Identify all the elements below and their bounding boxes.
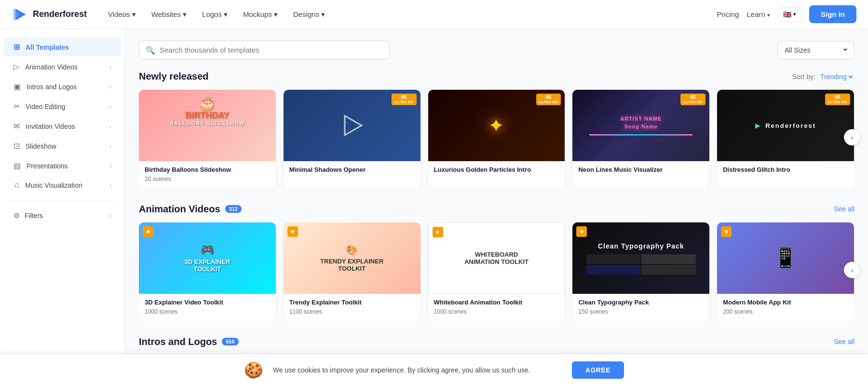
card-clean-typography[interactable]: ★ Clean Typography Pack	[572, 222, 709, 321]
see-all-animation[interactable]: See all	[834, 205, 854, 213]
flag-icon: 🇬🇧	[783, 11, 791, 18]
card-title: Birthday Balloons Slideshow	[145, 166, 270, 174]
nav-right: Pricing Learn ▾ 🇬🇧 ▾ Sign in	[717, 5, 856, 23]
see-all-intros[interactable]: See all	[834, 338, 854, 345]
svg-marker-2	[345, 116, 362, 135]
chevron-icon: ›	[109, 83, 111, 90]
pricing-link[interactable]: Pricing	[717, 10, 739, 18]
card-3d-explainer[interactable]: ★ 🎮 3D EXPLAINER TOOLKIT 3D Explainer Vi…	[139, 222, 276, 321]
sidebar-item-presentations[interactable]: ▤ Presentations ›	[4, 156, 121, 175]
chevron-down-icon: ▾	[767, 12, 770, 18]
image-icon: ⊡	[14, 141, 20, 151]
signin-button[interactable]: Sign in	[809, 5, 856, 23]
badge-4k: 4KULTRA MD	[680, 94, 705, 105]
newly-released-grid: 🎂 BIRTHDAY BALLOONS SLIDESHOW Birthday B…	[139, 90, 854, 188]
logo[interactable]: Renderforest	[12, 6, 87, 23]
card-scenes: 1000 scenes	[434, 308, 559, 315]
sidebar-item-intros-logos[interactable]: ▣ Intros and Logos ›	[4, 77, 121, 96]
animation-videos-row: ★ 🎮 3D EXPLAINER TOOLKIT 3D Explainer Vi…	[139, 222, 854, 321]
chevron-icon: ›	[109, 123, 111, 130]
scissors-icon: ✂	[14, 102, 20, 111]
card-thumbnail: ★ 📱	[717, 222, 854, 294]
logo-icon	[12, 6, 29, 23]
chevron-icon: ›	[109, 182, 111, 189]
sidebar-divider	[8, 200, 117, 201]
grid-icon: ⊞	[14, 42, 20, 52]
card-trendy-explainer[interactable]: ★ 🎨 TRENDY EXPLAINER TOOLKIT Trendy Expl…	[284, 222, 420, 321]
search-bar: 🔍 All Sizes Square Landscape Portrait	[139, 41, 854, 59]
card-thumbnail: 4KULTRA MD ✦	[428, 90, 565, 161]
card-title: 3D Explainer Video Toolkit	[145, 299, 270, 307]
card-golden[interactable]: 4KULTRA MD ✦ Luxurious Golden Particles …	[428, 90, 565, 188]
nav-websites[interactable]: Websites ▾	[146, 7, 192, 22]
card-title: Minimal Shadows Opener	[289, 166, 415, 174]
sidebar-item-animation-videos[interactable]: ▷ Animation Videos ›	[4, 57, 121, 76]
card-minimal[interactable]: 4KULTRA MD Minimal Shadows Opener	[284, 90, 420, 188]
nav-designs[interactable]: Designs ▾	[287, 7, 331, 22]
nav-logos[interactable]: Logos ▾	[196, 7, 233, 22]
star-badge: ★	[433, 227, 443, 237]
nav-videos[interactable]: Videos ▾	[102, 7, 142, 22]
section-header-animation: Animation Videos 312 See all	[139, 204, 854, 215]
star-badge: ★	[576, 226, 587, 237]
chevron-icon: ›	[109, 103, 111, 110]
card-whiteboard[interactable]: ★ WHITEBOARD ANIMATION TOOLKIT Whiteboar…	[428, 222, 565, 321]
card-thumbnail: 4KULTRA MD	[284, 90, 420, 161]
card-thumbnail: 🎂 BIRTHDAY BALLOONS SLIDESHOW	[139, 90, 276, 161]
agree-button[interactable]: AGREE	[572, 361, 624, 379]
sort-select[interactable]: Trending	[818, 72, 854, 81]
filter-icon: ⚙	[14, 211, 20, 220]
section-title: Intros and Logos	[139, 336, 217, 347]
badge-4k: 4KULTRA MD	[825, 94, 850, 105]
chevron-down-icon: ▾	[793, 11, 796, 17]
section-count-badge: 312	[225, 205, 242, 213]
badge-4k: 4KULTRA MD	[392, 94, 417, 105]
card-title: Modern Mobile App Kit	[723, 299, 848, 307]
monitor-icon: ▣	[14, 82, 21, 91]
search-input[interactable]	[139, 41, 390, 59]
learn-link[interactable]: Learn ▾	[746, 10, 770, 18]
section-title: Newly released	[139, 71, 209, 82]
card-neon[interactable]: 4KULTRA MD ARTIST NAMESong Name Neon Lin…	[572, 90, 709, 188]
nav-mockups[interactable]: Mockups ▾	[237, 7, 284, 22]
search-input-wrap: 🔍	[139, 41, 390, 59]
top-navigation: Renderforest Videos ▾ Websites ▾ Logos ▾…	[0, 0, 868, 29]
card-scenes: 1100 scenes	[289, 308, 415, 315]
brand-name: Renderforest	[33, 9, 87, 19]
section-title: Animation Videos	[139, 204, 220, 215]
card-glitch[interactable]: 4KULTRA MD ▶ Renderforest Distressed Gli…	[717, 90, 854, 188]
card-mobile-app[interactable]: ★ 📱 Modern Mobile App Kit 200 scenes	[717, 222, 854, 321]
sidebar-item-invitation-videos[interactable]: ✉ Invitation Videos ›	[4, 117, 121, 136]
section-header-intros: Intros and Logos 656 See all	[139, 336, 854, 347]
card-title: Luxurious Golden Particles Intro	[434, 166, 559, 174]
card-scenes: 20 scenes	[145, 176, 270, 182]
sort-label: Sort by:	[792, 73, 815, 81]
chevron-icon: ›	[109, 163, 111, 169]
card-title: Clean Typography Pack	[578, 299, 704, 307]
sidebar-item-video-editing[interactable]: ✂ Video Editing ›	[4, 97, 121, 116]
card-thumbnail: 4KULTRA MD ▶ Renderforest	[717, 90, 854, 161]
main-layout: ⊞ All Templates ▷ Animation Videos › ▣ I…	[0, 29, 868, 386]
size-filter-wrap: All Sizes Square Landscape Portrait	[777, 41, 854, 59]
cookie-icon: 🍪	[244, 361, 263, 379]
sidebar: ⊞ All Templates ▷ Animation Videos › ▣ I…	[0, 29, 125, 386]
newly-released-section: Newly released Sort by: Trending 🎂	[139, 71, 854, 188]
animation-videos-section: Animation Videos 312 See all ★ 🎮	[139, 204, 854, 321]
sidebar-filters[interactable]: ⚙ Filters ›	[4, 207, 121, 225]
size-select[interactable]: All Sizes Square Landscape Portrait	[777, 41, 854, 59]
language-selector[interactable]: 🇬🇧 ▾	[778, 7, 801, 22]
section-count-badge: 656	[222, 338, 238, 345]
next-arrow-animation[interactable]: ›	[844, 262, 860, 278]
card-birthday[interactable]: 🎂 BIRTHDAY BALLOONS SLIDESHOW Birthday B…	[139, 90, 276, 188]
next-arrow-newly-released[interactable]: ›	[844, 129, 860, 146]
sidebar-item-music-visualization[interactable]: ♫ Music Visualization ›	[4, 176, 121, 194]
card-scenes: 150 scenes	[578, 308, 704, 315]
chevron-down-icon: ▾	[274, 10, 278, 19]
chevron-down-icon: ▾	[321, 10, 325, 19]
sidebar-item-slideshow[interactable]: ⊡ Slideshow ›	[4, 137, 121, 155]
music-icon: ♫	[14, 181, 19, 190]
card-thumbnail: ★ 🎮 3D EXPLAINER TOOLKIT	[139, 222, 276, 294]
star-badge: ★	[721, 226, 732, 237]
main-content: 🔍 All Sizes Square Landscape Portrait Ne…	[125, 29, 868, 386]
sidebar-item-all-templates[interactable]: ⊞ All Templates	[4, 38, 121, 56]
